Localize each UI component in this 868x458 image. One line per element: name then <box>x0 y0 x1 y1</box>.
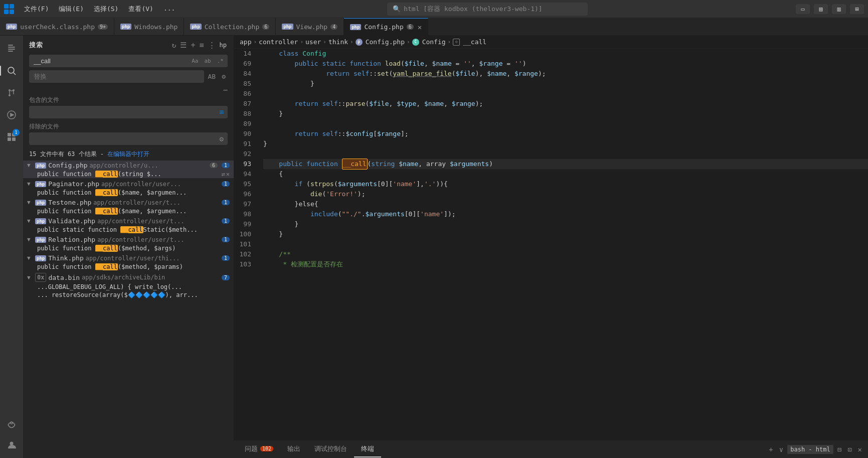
tab-terminal[interactable]: 终端 <box>354 441 381 457</box>
open-in-editor-link[interactable]: 在编辑器中打开 <box>107 150 149 158</box>
more-icon[interactable]: ⋮ <box>207 40 217 51</box>
code-line-102: /** <box>263 249 868 259</box>
terminal-dropdown-icon[interactable]: ∨ <box>777 444 785 454</box>
svg-rect-1 <box>10 4 14 9</box>
result-line[interactable]: public function __call($name, $argumen..… <box>23 189 234 197</box>
code-editor[interactable]: 14 69 84 85 86 87 88 89 90 91 92 93 94 9… <box>234 49 868 440</box>
result-text: public function __call(string $... <box>37 171 218 178</box>
replace-settings-icon[interactable]: ⚙ <box>220 72 228 81</box>
code-token: ( <box>452 69 456 79</box>
replace-input[interactable] <box>29 70 204 83</box>
php-icon: php <box>120 24 131 30</box>
code-token: $file <box>405 59 424 69</box>
breadcrumb-app[interactable]: app <box>240 38 251 46</box>
code-token: $arguments <box>450 159 489 169</box>
menu-edit[interactable]: 编辑(E) <box>55 4 87 15</box>
tab-debug-console[interactable]: 调试控制台 <box>307 441 354 457</box>
layout-toggle-btn[interactable]: ▭ <box>796 4 810 14</box>
refresh-icon[interactable]: ↻ <box>170 40 177 51</box>
menu-more[interactable]: ... <box>159 4 179 15</box>
menu-file[interactable]: 文件(F) <box>20 4 53 15</box>
code-token: 'Error!' <box>326 189 358 199</box>
breadcrumb-controller[interactable]: controller <box>259 38 298 46</box>
activity-remote[interactable] <box>3 414 21 432</box>
include-options-icon[interactable]: ⊞ <box>220 108 224 116</box>
include-input[interactable] <box>29 106 228 118</box>
tab-windows[interactable]: php Windows.php <box>114 18 184 35</box>
activity-explorer[interactable] <box>3 40 21 58</box>
line-num-84: 84 <box>234 69 255 79</box>
file-header-databin[interactable]: ▼ 0x data.bin app/sdks/archiveLib/bin 7 <box>23 272 234 283</box>
result-line[interactable]: public function __call($method, $args) <box>23 244 234 252</box>
tab-problems[interactable]: 问题 102 <box>238 441 280 457</box>
file-header-paginator[interactable]: ▼ php Paginator.php app/controller/user.… <box>23 179 234 189</box>
code-token: return <box>263 69 354 79</box>
result-line[interactable]: ...GLOBAL_DEBUG_LOG_ALL) { write_log(... <box>23 283 234 291</box>
activity-run[interactable] <box>3 106 21 124</box>
regex-btn[interactable]: .* <box>215 57 226 65</box>
file-header-relation[interactable]: ▼ php Relation.php app/controller/user/t… <box>23 235 234 244</box>
tab-collection[interactable]: php Collection.php 6 <box>184 18 276 35</box>
bash-label[interactable]: bash - html <box>787 445 833 454</box>
code-line-96: die('Error!'); <box>263 189 868 199</box>
add-terminal-icon[interactable]: + <box>767 444 775 454</box>
code-token: ); <box>475 99 483 109</box>
code-token: string <box>371 159 399 169</box>
file-header-testone[interactable]: ▼ php Testone.php app/controller/user/t.… <box>23 198 234 207</box>
breadcrumb-config-class[interactable]: Config <box>422 38 446 46</box>
activity-account[interactable] <box>3 436 21 454</box>
replace-all-btn[interactable]: AB <box>206 72 218 81</box>
code-line-97: }else{ <box>263 199 868 209</box>
code-line-14: class Config <box>263 49 868 59</box>
code-token: [ <box>373 129 377 139</box>
activity-extensions[interactable]: 1 <box>3 128 21 146</box>
result-line[interactable]: public function __call($name, $argumen..… <box>23 207 234 215</box>
collapse-icon[interactable]: ≡ <box>199 40 205 51</box>
whole-word-btn[interactable]: ab <box>203 57 213 65</box>
code-token: Config <box>302 49 326 59</box>
tab-usercheck[interactable]: php userCheck.class.php 9+ <box>0 18 114 35</box>
replace-line-icon[interactable]: ⇄ <box>222 171 225 178</box>
tab-close-icon[interactable]: ✕ <box>418 23 422 31</box>
new-search-icon[interactable]: + <box>190 40 196 51</box>
tab-badge: 6 <box>262 24 269 30</box>
menu-view[interactable]: 查看(V) <box>124 4 157 15</box>
breadcrumb-call-func[interactable]: __call <box>463 38 486 46</box>
svg-rect-0 <box>4 4 9 9</box>
result-line[interactable]: public static function __callStatic($met… <box>23 226 234 234</box>
file-count: 1 <box>222 237 230 242</box>
activity-source-control[interactable] <box>3 84 21 102</box>
layout-split-btn[interactable]: ▤ <box>814 4 828 14</box>
code-token: include <box>263 209 338 219</box>
breadcrumb-think[interactable]: think <box>328 38 348 46</box>
close-panel-icon[interactable]: ✕ <box>856 444 864 454</box>
maximize-panel-icon[interactable]: ⊡ <box>845 444 853 454</box>
layout-columns-btn[interactable]: ▥ <box>832 4 846 14</box>
file-path: app/controller/user... <box>101 181 218 188</box>
tab-output[interactable]: 输出 <box>280 441 307 457</box>
tab-view[interactable]: php View.php 4 <box>276 18 344 35</box>
chevron-down-icon: ▼ <box>27 274 33 281</box>
breadcrumb-config-file[interactable]: Config.php <box>366 38 405 46</box>
svg-rect-17 <box>8 137 11 141</box>
exclude-input[interactable] <box>29 132 228 145</box>
exclude-options-icon[interactable]: ⚙ <box>220 135 224 143</box>
global-search-bar[interactable]: 🔍 html [容器 kodbox (thelover3-web-1)] <box>387 3 588 16</box>
activity-search[interactable] <box>3 62 21 80</box>
clear-icon[interactable]: ☰ <box>179 40 188 51</box>
case-sensitive-btn[interactable]: Aa <box>190 57 200 65</box>
code-token: $file <box>369 99 389 109</box>
breadcrumb-user[interactable]: user <box>305 38 321 46</box>
result-line[interactable]: ... restoreSource(array($🔷🔷🔷🔷🔷), arr... <box>23 291 234 299</box>
file-header-think[interactable]: ▼ php Think.php app/controller/user/thi.… <box>23 253 234 263</box>
result-line[interactable]: public function __call(string $... ⇄ ✕ <box>23 170 234 178</box>
tab-config[interactable]: php Config.php 6 ✕ <box>344 18 428 35</box>
menu-select[interactable]: 选择(S) <box>90 4 122 15</box>
more-options-icon[interactable]: ⋯ <box>224 86 228 94</box>
layout-grid-btn[interactable]: ⊞ <box>850 4 864 14</box>
split-terminal-icon[interactable]: ⊟ <box>835 444 843 454</box>
dismiss-line-icon[interactable]: ✕ <box>226 171 230 178</box>
result-line[interactable]: public function __call($method, $params) <box>23 263 234 271</box>
file-header-config[interactable]: ▼ php Config.php app/controller/u... 6 1 <box>23 161 234 170</box>
file-header-validate[interactable]: ▼ php Validate.php app/controller/user/t… <box>23 216 234 226</box>
